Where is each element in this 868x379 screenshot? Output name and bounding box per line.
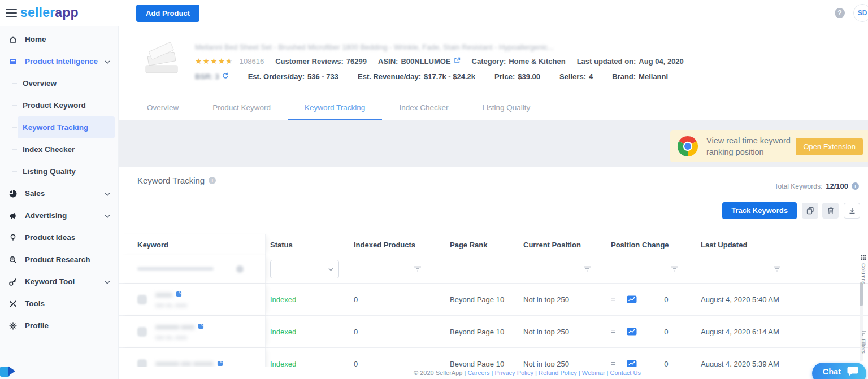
product-info: Mellanni Bed Sheet Set - Brushed Microfi… — [195, 43, 857, 81]
rating-count: 108616 — [240, 57, 264, 66]
filters-rail-button[interactable]: Filters — [860, 330, 868, 354]
last-updated-cell: August 4, 2020 6:14 AM — [696, 328, 868, 336]
keyword-cell: xxxxxxx xxxx xxx xx, xxxx — [119, 316, 266, 347]
position-change-cell: = 0 — [606, 327, 696, 336]
last-updated-cell: August 4, 2020 5:40 AM — [696, 295, 868, 304]
track-keywords-button[interactable]: Track Keywords — [722, 202, 797, 219]
sidebar-item-product-intelligence[interactable]: Product Intelligence — [0, 50, 118, 72]
keyword-filter-cell — [119, 255, 266, 283]
sidebar-subitem-overview[interactable]: Overview — [18, 72, 115, 94]
last-updated-filter-cell — [696, 263, 868, 275]
column-header-current-position[interactable]: Current Position — [519, 241, 606, 249]
refresh-icon[interactable] — [222, 72, 229, 81]
sidebar-item-home[interactable]: Home — [0, 28, 118, 50]
current-position-filter-input[interactable] — [523, 263, 567, 275]
sidebar-item-label: Home — [25, 35, 46, 43]
section-title: Keyword Trackingi — [137, 176, 216, 185]
sidebar-subitem-listing-quality[interactable]: Listing Quality — [18, 160, 115, 182]
keyword-cell: xxxxx xxx xx, xxxx — [119, 284, 266, 315]
keyword-text-masked: xxxxxxx xxx xxxxxx — [155, 360, 214, 368]
row-checkbox[interactable] — [137, 295, 147, 304]
tab-index-checker[interactable]: Index Checker — [382, 96, 465, 120]
sidebar-subitem-keyword-tracking[interactable]: Keyword Tracking — [18, 116, 115, 138]
trend-chart-icon[interactable] — [627, 328, 637, 336]
table-header-row: Keyword Status Indexed Products Page Ran… — [119, 234, 868, 255]
sellerapp-logo[interactable]: sellerapp — [20, 5, 79, 20]
tab-overview[interactable]: Overview — [130, 96, 196, 120]
last-updated-filter-input[interactable] — [701, 263, 757, 275]
position-change-filter-cell — [606, 263, 696, 275]
column-header-position-change[interactable]: Position Change — [606, 241, 696, 249]
current-position-cell: Not in top 250 — [519, 295, 606, 304]
sidebar-item-label: Profile — [25, 321, 49, 330]
sidebar-item-tools[interactable]: Tools — [0, 293, 118, 315]
sidebar-item-profile[interactable]: Profile — [0, 315, 118, 337]
row-checkbox[interactable] — [137, 327, 147, 337]
filter-icon[interactable] — [671, 266, 679, 272]
product-rating: ★★★★★★ 108616 — [195, 56, 264, 66]
trash-icon — [827, 207, 835, 215]
banner-text: View real time keywordranking position — [706, 135, 791, 158]
help-icon[interactable]: ? — [835, 8, 845, 18]
status-filter-select[interactable] — [270, 260, 339, 278]
external-link-icon[interactable] — [454, 57, 461, 66]
tab-product-keyword[interactable]: Product Keyword — [196, 96, 288, 120]
copy-button[interactable] — [802, 203, 818, 219]
indexed-products-filter-input[interactable] — [354, 263, 398, 275]
sidebar-item-product-research[interactable]: Product Research — [0, 249, 118, 271]
sidebar-item-keyword-tool[interactable]: Keyword Tool — [0, 271, 118, 293]
keyword-tag-icon[interactable] — [198, 323, 204, 331]
position-change-filter-input[interactable] — [611, 263, 655, 275]
download-button[interactable] — [844, 203, 860, 219]
keyword-tag-icon[interactable] — [176, 290, 182, 299]
avatar[interactable]: SD — [853, 4, 868, 22]
add-product-button[interactable]: Add Product — [136, 5, 199, 22]
tab-listing-quality[interactable]: Listing Quality — [465, 96, 547, 120]
tab-keyword-tracking[interactable]: Keyword Tracking — [288, 96, 382, 120]
scrollbar-thumb[interactable] — [860, 282, 863, 306]
indexed-products-cell: 0 — [349, 328, 445, 336]
star-rating-icon: ★★★★★★ — [195, 56, 233, 66]
sidebar-item-product-ideas[interactable]: Product Ideas — [0, 226, 118, 249]
filter-icon[interactable] — [583, 266, 591, 272]
column-header-status[interactable]: Status — [266, 241, 349, 249]
column-header-last-updated[interactable]: Last Updated — [696, 241, 868, 249]
extension-banner: View real time keywordranking position O… — [670, 130, 868, 162]
trend-chart-icon[interactable] — [627, 295, 637, 303]
last-updated: Last updated on:Aug 04, 2020 — [577, 57, 684, 66]
keyword-text-masked: xxxxxxx xxxx — [155, 323, 194, 331]
hamburger-menu-icon[interactable] — [6, 9, 17, 19]
product-asin: ASIN:B00NLLUMOE — [378, 57, 461, 66]
keyword-table: Keyword Status Indexed Products Page Ran… — [119, 234, 868, 379]
search-icon[interactable] — [236, 265, 244, 273]
filter-icon[interactable] — [773, 266, 781, 272]
filter-icon[interactable] — [414, 266, 422, 272]
sidebar-item-advertising[interactable]: Advertising — [0, 204, 118, 226]
open-extension-button[interactable]: Open Extension — [796, 138, 863, 155]
chat-button[interactable]: Chat — [812, 363, 866, 379]
indexed-products-cell: 0 — [349, 295, 445, 304]
column-header-page-rank[interactable]: Page Rank — [445, 241, 519, 249]
footer-links[interactable]: Careers | Privacy Policy | Refund Policy… — [467, 369, 641, 376]
info-icon[interactable]: i — [209, 177, 216, 184]
delete-button[interactable] — [822, 203, 839, 219]
column-header-keyword[interactable]: Keyword — [119, 234, 266, 255]
indexed-products-filter-cell — [349, 263, 445, 275]
columns-rail-button[interactable]: Columns — [860, 255, 868, 285]
keyword-tracking-panel: Keyword Trackingi Total Keywords:12/100 … — [119, 167, 868, 379]
columns-label: Columns — [861, 263, 867, 285]
filters-label: Filters — [861, 339, 867, 354]
footer: © 2020 SellerApp | Careers | Privacy Pol… — [119, 367, 868, 379]
sidebar-item-sales[interactable]: Sales — [0, 182, 118, 204]
chat-label: Chat — [823, 367, 841, 379]
product-intelligence-submenu: Overview Product Keyword Keyword Trackin… — [12, 72, 115, 182]
sidebar-item-label: Tools — [25, 299, 45, 308]
info-icon[interactable]: i — [852, 182, 859, 190]
chevron-down-icon — [105, 211, 110, 220]
column-header-indexed-products[interactable]: Indexed Products — [349, 241, 445, 249]
customer-reviews: Customer Reviews:76299 — [275, 57, 367, 66]
trend-chart-icon[interactable] — [627, 360, 637, 368]
sidebar-subitem-product-keyword[interactable]: Product Keyword — [18, 94, 115, 116]
sidebar-subitem-index-checker[interactable]: Index Checker — [18, 138, 115, 160]
keyword-search-input[interactable] — [137, 267, 214, 271]
